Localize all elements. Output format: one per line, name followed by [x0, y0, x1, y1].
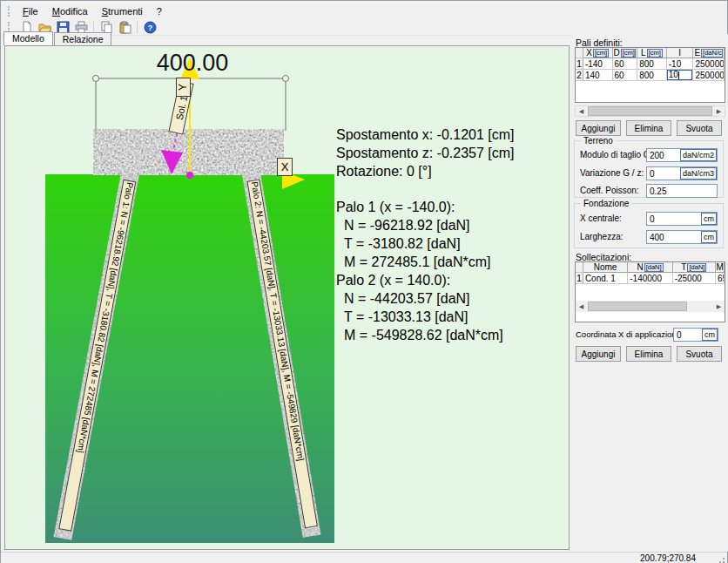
toolbar-separator: [93, 21, 94, 33]
soll-grid-hscrollbar[interactable]: ◀ ▶: [576, 301, 725, 312]
variazione-field[interactable]: daN/cm3: [646, 166, 718, 180]
result-palo2-title: Palo 2 (x = 140.0):: [336, 271, 515, 289]
result-palo1-t: T = -3180.82 [daN]: [336, 234, 515, 253]
pali-aggiungi-button[interactable]: Aggiungi: [576, 120, 621, 136]
variazione-unit: daN/cm3: [680, 167, 717, 180]
status-bar: 200.79;270.84: [1, 552, 727, 563]
variazione-label: Variazione G / z:: [580, 168, 644, 178]
result-spostamento-x: Spostamento x: -0.1201 [cm]: [336, 125, 515, 144]
x-centrale-unit: cm: [701, 213, 717, 225]
larghezza-unit: cm: [701, 231, 717, 243]
soll-svuota-button[interactable]: Svuota: [677, 346, 722, 362]
coordinata-unit: cm: [702, 329, 718, 341]
toolbar-separator-2: [137, 21, 138, 33]
scroll-left-icon[interactable]: ◀: [576, 106, 587, 116]
poisson-input[interactable]: [647, 185, 717, 197]
resize-grip-icon[interactable]: [716, 554, 725, 563]
pali-row-1[interactable]: 1 -140 60 800 -10 250000: [576, 58, 725, 70]
soll-elimina-button[interactable]: Elimina: [626, 346, 671, 362]
larghezza-field[interactable]: cm: [646, 230, 718, 244]
menu-help[interactable]: ?: [150, 3, 169, 19]
scroll-right-icon[interactable]: ▶: [713, 106, 725, 116]
fondazione-title: Fondazione: [581, 199, 631, 208]
modulo-taglio-label: Modulo di taglio G:: [580, 150, 652, 159]
results-text: Spostamento x: -0.1201 [cm] Spostamento …: [336, 125, 515, 344]
terreno-group: Terreno Modulo di taglio G: daN/cm2 Vari…: [574, 140, 724, 198]
dimension-handle-right: [283, 76, 289, 82]
coordinata-label: Coordinata X di applicazione:: [576, 329, 684, 339]
soll-col-n[interactable]: N[daN]: [628, 262, 672, 273]
menu-grip: [8, 6, 12, 17]
result-palo1-n: N = -96218.92 [daN]: [336, 216, 515, 234]
y-axis-letter: Y: [177, 84, 189, 91]
result-rotazione: Rotazione: 0 [°]: [336, 162, 515, 180]
fondazione-group: Fondazione X centrale: cm Larghezza: cm: [574, 203, 724, 248]
pali-col-l[interactable]: L[cm]: [637, 48, 667, 58]
poisson-field[interactable]: [646, 184, 718, 198]
model-canvas[interactable]: Palo 1: N = -96218.92 [daN], T = -3180.8…: [4, 45, 570, 550]
foundation-slab: [93, 129, 284, 175]
help-icon[interactable]: ?: [142, 20, 158, 35]
app-window: File Modifica Strumenti ? ? Mod: [0, 0, 728, 563]
pali-col-i[interactable]: I: [667, 48, 694, 58]
menu-modifica[interactable]: Modifica: [45, 3, 95, 19]
scroll-left-icon[interactable]: ◀: [576, 302, 587, 311]
pali-editing-cell[interactable]: 10: [667, 70, 694, 81]
poisson-label: Coeff. Poisson:: [580, 186, 639, 195]
scroll-thumb[interactable]: [588, 106, 712, 116]
y-axis-tag: Y: [176, 78, 191, 97]
svg-text:?: ?: [147, 24, 152, 32]
menu-bar: File Modifica Strumenti ?: [1, 3, 728, 20]
tab-relazione[interactable]: Relazione: [54, 32, 112, 45]
result-palo2-n: N = -44203.57 [daN]: [336, 289, 515, 308]
tab-strip: Modello Relazione: [3, 32, 112, 45]
pali-elimina-button[interactable]: Elimina: [626, 120, 671, 136]
menu-strumenti[interactable]: Strumenti: [95, 3, 150, 19]
modulo-taglio-field[interactable]: daN/cm2: [646, 148, 718, 162]
soll-col-t[interactable]: T[daN]: [673, 262, 716, 273]
scroll-right-icon[interactable]: ▶: [713, 302, 725, 311]
soll-col-nome[interactable]: Nome: [583, 262, 628, 273]
soll-aggiungi-button[interactable]: Aggiungi: [576, 346, 621, 362]
pali-col-e[interactable]: E[daN/c: [693, 48, 725, 58]
pali-col-x[interactable]: X[cm]: [583, 48, 613, 58]
right-panel: Pali definiti: X[cm] D[cm] L[cm] I E[daN…: [572, 34, 728, 552]
result-palo2-m: M = -549828.62 [daN*cm]: [336, 326, 515, 344]
x-centrale-label: X centrale:: [580, 214, 622, 223]
menu-file[interactable]: File: [16, 3, 45, 19]
slab-texture: [93, 129, 284, 175]
larghezza-label: Larghezza:: [580, 232, 623, 241]
pali-col-d[interactable]: D[cm]: [613, 48, 638, 58]
scroll-thumb[interactable]: [588, 302, 687, 311]
pali-svuota-button[interactable]: Svuota: [677, 120, 722, 136]
pali-row-2[interactable]: 2 140 60 800 10 250000: [576, 70, 725, 81]
dimension-value: 400.00: [110, 50, 275, 77]
result-palo1-m: M = 272485.1 [daN*cm]: [336, 253, 515, 271]
result-spostamento-z: Spostamento z: -0.2357 [cm]: [336, 144, 515, 162]
soll-row-1[interactable]: 1 Cond. 1 -140000 -25000 6500000: [576, 273, 725, 284]
tab-modello[interactable]: Modello: [3, 31, 53, 45]
dimension-handle-left: [93, 76, 99, 82]
paste-icon[interactable]: [117, 20, 132, 35]
pali-grid[interactable]: X[cm] D[cm] L[cm] I E[daN/c 1 -140 60 80…: [575, 47, 725, 103]
cursor-coordinates: 200.79;270.84: [640, 553, 696, 563]
x-centrale-field[interactable]: cm: [646, 212, 718, 226]
coordinata-field[interactable]: cm: [673, 328, 718, 342]
terreno-title: Terreno: [581, 136, 616, 146]
pali-grid-hscrollbar[interactable]: ◀ ▶: [575, 105, 725, 117]
result-palo1-title: Palo 1 (x = -140.0):: [336, 198, 515, 216]
sollecitazioni-grid[interactable]: Nome N[daN] T[daN] M 1 Cond. 1 -140000 -…: [575, 261, 725, 322]
x-axis-tag: X: [277, 158, 293, 176]
soll-col-m[interactable]: M: [716, 262, 725, 273]
result-palo2-t: T = -13033.13 [daN]: [336, 308, 515, 326]
modulo-taglio-unit: daN/cm2: [680, 149, 717, 161]
